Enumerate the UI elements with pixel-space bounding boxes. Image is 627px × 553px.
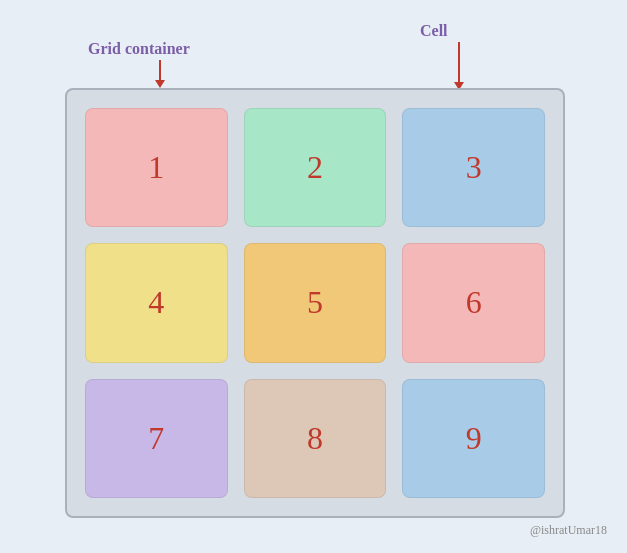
cell-6-label: 6 — [466, 284, 482, 321]
cell-9: 9 — [402, 379, 545, 498]
cell-9-label: 9 — [466, 420, 482, 457]
cell-5-label: 5 — [307, 284, 323, 321]
grid-container-arrow — [155, 60, 165, 88]
grid-container-label: Grid container — [88, 40, 190, 58]
cell-3-label: 3 — [466, 149, 482, 186]
cell-1-label: 1 — [148, 149, 164, 186]
grid: 1 2 3 4 5 6 7 8 9 — [85, 108, 545, 498]
cell-2: 2 — [244, 108, 387, 227]
cell-7: 7 — [85, 379, 228, 498]
cell-5: 5 — [244, 243, 387, 362]
cell-6: 6 — [402, 243, 545, 362]
watermark: @ishratUmar18 — [530, 523, 607, 538]
cell-8: 8 — [244, 379, 387, 498]
cell-8-label: 8 — [307, 420, 323, 457]
cell-3: 3 — [402, 108, 545, 227]
cell-2-label: 2 — [307, 149, 323, 186]
cell-1: 1 — [85, 108, 228, 227]
cell-4: 4 — [85, 243, 228, 362]
grid-container: 1 2 3 4 5 6 7 8 9 — [65, 88, 565, 518]
cell-7-label: 7 — [148, 420, 164, 457]
cell-label: Cell — [420, 22, 448, 40]
cell-arrow — [454, 42, 464, 90]
cell-4-label: 4 — [148, 284, 164, 321]
